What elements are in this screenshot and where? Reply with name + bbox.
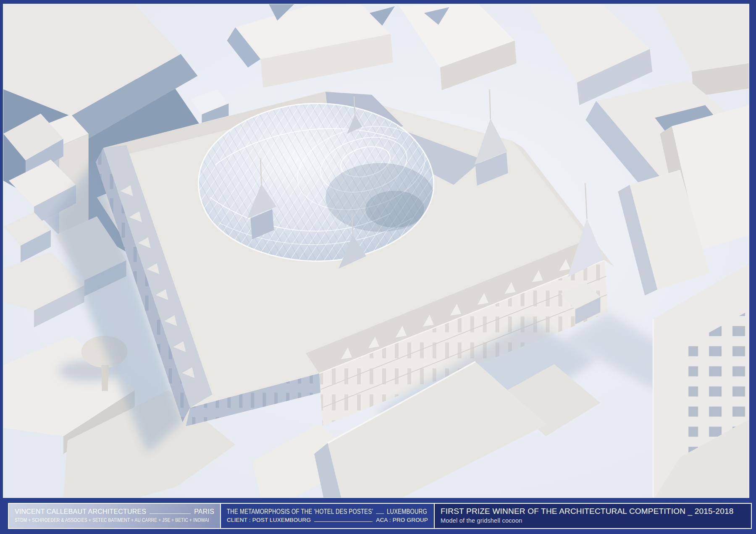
model-description: Model of the gridshell cocoon (441, 517, 522, 525)
award-line1: FIRST PRIZE WINNER OF THE ARCHITECTURAL … (441, 506, 745, 516)
leader-line (150, 513, 191, 514)
consultants-list: STDM + SCHROEDER & ASSOCIES + SETEC BATI… (15, 517, 209, 524)
aca-group: ACA : PRO GROUP (376, 517, 428, 524)
leader-line (376, 513, 384, 514)
architect-line1: VINCENT CALLEBAUT ARCHITECTURES PARIS (15, 508, 214, 516)
caption-architect-section: VINCENT CALLEBAUT ARCHITECTURES PARIS ST… (9, 504, 221, 528)
client-name: CLIENT : POST LUXEMBOURG (227, 517, 311, 524)
architectural-render (3, 4, 749, 498)
leader-line (314, 521, 373, 522)
award-title: FIRST PRIZE WINNER OF THE ARCHITECTURAL … (441, 506, 733, 516)
poster-frame: VINCENT CALLEBAUT ARCHITECTURES PARIS ST… (0, 0, 756, 534)
architect-city: PARIS (194, 508, 214, 516)
project-country: LUXEMBOURG (387, 508, 427, 516)
city-model-svg (3, 4, 749, 497)
architect-line2: STDM + SCHROEDER & ASSOCIES + SETEC BATI… (15, 517, 214, 524)
architect-name: VINCENT CALLEBAUT ARCHITECTURES (15, 508, 146, 516)
caption-award-section: FIRST PRIZE WINNER OF THE ARCHITECTURAL … (435, 504, 751, 528)
project-line2: CLIENT : POST LUXEMBOURG ACA : PRO GROUP (227, 517, 428, 524)
award-line2: Model of the gridshell cocoon (441, 517, 745, 525)
project-title: THE METAMORPHOSIS OF THE ‘HOTEL DES POST… (227, 508, 373, 516)
project-line1: THE METAMORPHOSIS OF THE ‘HOTEL DES POST… (227, 508, 427, 516)
caption-project-section: THE METAMORPHOSIS OF THE ‘HOTEL DES POST… (221, 504, 435, 528)
caption-bar: VINCENT CALLEBAUT ARCHITECTURES PARIS ST… (8, 503, 752, 529)
